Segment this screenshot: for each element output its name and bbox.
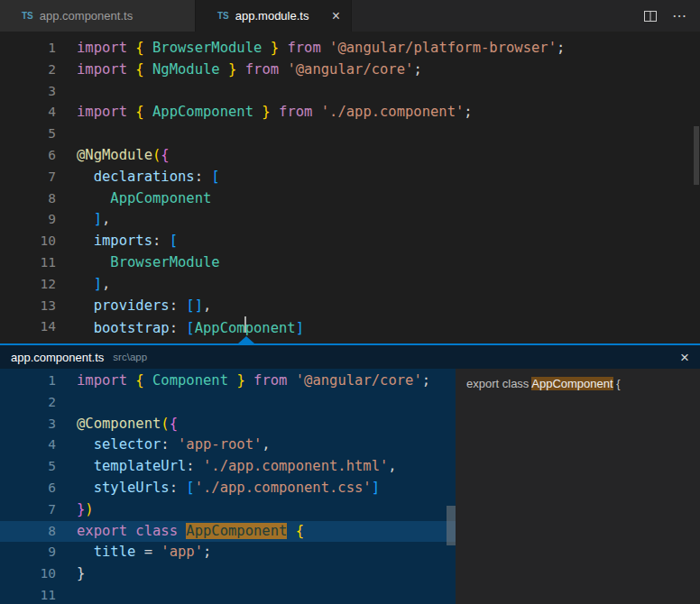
code-line-1[interactable]: 1import { Component } from '@angular/cor… [0,371,456,392]
code-line-1[interactable]: 1import { BrowserModule } from '@angular… [0,38,700,59]
code-token [144,104,152,120]
code-line-2[interactable]: 2import { NgModule } from '@angular/core… [0,59,700,81]
code-token: [ [186,320,194,336]
tab-app-component-ts[interactable]: TS app.component.ts [0,0,196,32]
code-text: ], [56,209,110,231]
code-token: @NgModule [77,147,152,163]
code-text: imports: [ [56,231,178,252]
code-token: templateUrl [94,458,187,474]
editor-app-module[interactable]: 1import { BrowserModule } from '@angular… [0,32,700,343]
code-token: import [77,61,127,78]
match-highlight: AppComponent [186,523,287,539]
peek-editor-lines: 1import { Component } from '@angular/cor… [0,371,456,604]
code-token: : [152,233,170,249]
code-token: '@angular/core' [287,61,413,78]
code-line-5[interactable]: 5 templateUrl: './app.component.html', [0,456,456,478]
code-line-14[interactable]: 14 bootstrap: [AppComponent] [0,316,700,338]
code-token: 'app' [161,544,203,560]
code-token: [ [186,480,194,496]
code-text: import { AppComponent } from './app.comp… [56,102,473,124]
code-line-7[interactable]: 7}) [0,499,456,521]
code-token: from [245,61,279,78]
code-line-10[interactable]: 10 imports: [ [0,231,700,252]
vscode-window: TS app.component.ts TS app.module.ts × ⋯… [0,0,700,604]
code-token: { [135,372,143,389]
code-line-8[interactable]: 8export class AppComponent { [0,521,456,543]
code-line-5[interactable]: 5 [0,124,700,145]
code-text [56,81,77,103]
code-token [77,480,94,496]
line-number: 6 [0,478,56,499]
code-line-3[interactable]: 3 [0,81,700,103]
code-line-13[interactable]: 13 providers: [], [0,296,700,317]
code-token: @Component [77,416,161,432]
editor-actions: ⋯ [643,0,700,32]
editor-scrollbar-thumb[interactable] [694,126,699,185]
code-line-11[interactable]: 11 BrowserModule [0,252,700,274]
peek-close-icon[interactable]: × [680,350,689,365]
line-number: 3 [0,414,56,435]
tab-label: app.module.ts [235,9,309,23]
code-token [144,40,152,56]
code-line-3[interactable]: 3@Component({ [0,414,456,435]
code-line-9[interactable]: 9 ], [0,209,700,231]
code-token: ( [152,147,161,163]
code-token [287,523,295,539]
result-text-post: { [613,377,621,390]
code-token: [] [186,297,203,314]
typescript-file-icon: TS [22,11,33,21]
code-text: declarations: [ [56,167,220,188]
line-number: 7 [0,167,56,188]
code-token: export [77,523,127,539]
line-number: 8 [0,188,56,210]
code-token: [ [170,233,178,249]
code-token: ; [413,61,421,78]
code-token: { [135,40,143,56]
peek-body: 1import { Component } from '@angular/cor… [0,369,700,604]
peek-scrollbar-thumb[interactable] [447,506,456,545]
code-text: title = 'app'; [56,542,211,563]
code-line-4[interactable]: 4 selector: 'app-root', [0,435,456,456]
code-token: : [170,297,187,314]
code-token: imports [94,233,152,249]
code-line-8[interactable]: 8 AppComponent [0,188,700,210]
code-line-4[interactable]: 4import { AppComponent } from './app.com… [0,102,700,124]
peek-result-item[interactable]: export class AppComponent { [456,372,700,395]
code-token [262,40,270,56]
code-line-6[interactable]: 6@NgModule({ [0,145,700,167]
code-line-6[interactable]: 6 styleUrls: ['./app.component.css'] [0,478,456,499]
code-text [56,124,77,145]
line-number: 9 [0,209,56,231]
tab-app-module-ts[interactable]: TS app.module.ts × [196,0,352,32]
result-match-highlight: AppComponent [531,377,612,390]
code-line-9[interactable]: 9 title = 'app'; [0,542,456,563]
code-token [253,104,262,120]
code-text: templateUrl: './app.component.html', [56,456,397,478]
code-token: Component [152,372,228,389]
code-token: NgModule [152,61,220,78]
code-line-11[interactable]: 11 [0,585,456,604]
peek-editor-app-component[interactable]: 1import { Component } from '@angular/cor… [0,369,456,604]
line-number: 12 [0,274,56,296]
code-token: ] [94,211,102,227]
more-actions-icon[interactable]: ⋯ [672,7,687,24]
line-number: 7 [0,499,56,521]
code-token [77,190,110,206]
code-line-10[interactable]: 10} [0,563,456,585]
code-token [127,104,135,120]
code-token [77,320,94,336]
code-token: { [135,104,143,120]
split-editor-icon[interactable] [643,9,658,23]
line-number: 10 [0,231,56,252]
editor-lines: 1import { BrowserModule } from '@angular… [0,38,700,338]
code-token: title [94,544,136,560]
code-token: { [161,147,169,163]
code-token: : [170,320,187,336]
code-line-12[interactable]: 12 ], [0,274,700,296]
code-token: ] [372,480,380,496]
close-tab-icon[interactable]: × [332,9,340,23]
code-text: selector: 'app-root', [56,435,271,456]
line-number: 3 [0,81,56,103]
code-line-2[interactable]: 2 [0,392,456,414]
code-line-7[interactable]: 7 declarations: [ [0,167,700,188]
